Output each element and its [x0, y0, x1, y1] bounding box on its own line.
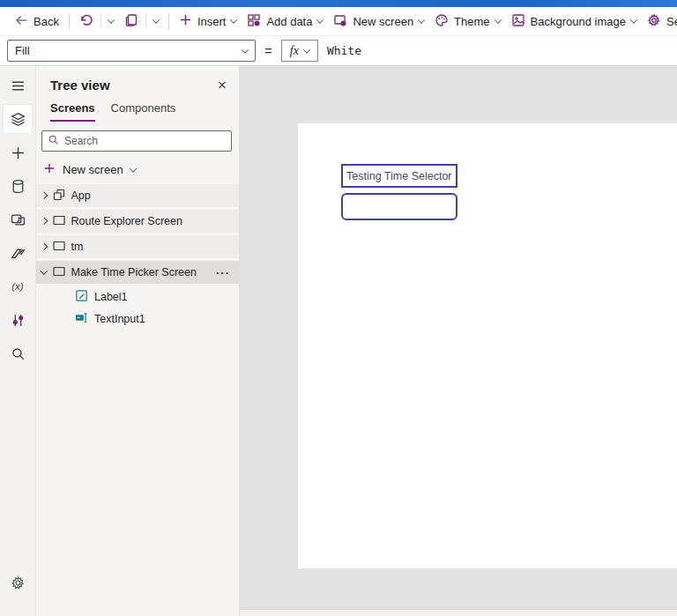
formula-bar: Fill = fx White	[0, 36, 677, 66]
variables-icon[interactable]: (x)	[4, 272, 32, 301]
gear-icon	[647, 13, 661, 30]
theme-button[interactable]: Theme	[429, 10, 505, 33]
tree-item-label: App	[71, 189, 240, 202]
tree-item-label: Route Explorer Screen	[71, 215, 240, 227]
new-screen-button[interactable]: New screen	[328, 10, 429, 33]
theme-palette-icon	[435, 13, 449, 30]
chevron-down-icon	[108, 16, 115, 23]
new-screen-button-panel[interactable]: New screen	[36, 157, 239, 184]
image-icon	[511, 13, 525, 30]
screen-icon	[52, 264, 66, 281]
tab-screens[interactable]: Screens	[50, 101, 95, 122]
tree-item-label: Label1	[94, 291, 239, 303]
main-area: (x) Tree view × Screens Components	[0, 66, 677, 616]
background-image-button[interactable]: Background image	[506, 10, 642, 33]
divider	[145, 15, 146, 27]
fx-icon: fx	[290, 44, 299, 58]
insert-button[interactable]: Insert	[174, 10, 242, 33]
insert-label: Insert	[197, 15, 227, 28]
paste-button[interactable]	[119, 10, 144, 33]
clipboard-icon	[124, 13, 138, 30]
plus-icon	[179, 13, 192, 29]
new-screen-label: New screen	[353, 15, 413, 28]
plus-icon[interactable]	[4, 138, 32, 167]
tree-view-icon[interactable]	[4, 105, 32, 133]
tree-item-label1[interactable]: Label1	[36, 286, 239, 307]
formula-input[interactable]: White	[318, 40, 677, 62]
chevron-right-icon	[41, 243, 48, 250]
settings-button[interactable]: Sett	[642, 10, 677, 33]
tree-item-label: Make Time Picker Screen	[71, 266, 212, 278]
chevron-down-icon	[418, 16, 425, 23]
theme-label: Theme	[454, 15, 489, 28]
chevron-down-icon	[316, 16, 324, 23]
settings-icon[interactable]	[4, 568, 32, 597]
new-screen-label: New screen	[63, 163, 123, 176]
chevron-down-icon	[303, 46, 310, 53]
tree-item-tm[interactable]: tm	[36, 235, 239, 258]
tree-list: App Route Explorer Screen tm	[36, 184, 239, 616]
fx-dropdown[interactable]: fx	[281, 40, 318, 62]
plus-icon	[43, 162, 56, 177]
undo-dropdown[interactable]	[103, 10, 119, 33]
chevron-right-icon	[41, 192, 48, 199]
tree-item-make-time-picker-screen[interactable]: Make Time Picker Screen ···	[36, 261, 239, 284]
media-icon[interactable]	[4, 205, 32, 234]
settings-label: Sett	[666, 15, 677, 28]
chevron-right-icon	[41, 218, 48, 225]
back-label: Back	[33, 15, 59, 28]
divider	[168, 13, 169, 29]
tree-view-panel: Tree view × Screens Components New scree…	[35, 66, 240, 616]
label1-control[interactable]: Testing Time Selector	[341, 164, 458, 188]
tree-item-app[interactable]: App	[36, 184, 239, 207]
undo-icon	[79, 13, 93, 30]
background-image-label: Background image	[531, 15, 626, 28]
search-icon[interactable]	[4, 339, 32, 367]
panel-title: Tree view	[50, 78, 110, 93]
property-selector[interactable]: Fill	[7, 40, 256, 62]
titlebar-strip	[0, 0, 677, 7]
chevron-down-icon	[153, 16, 160, 23]
command-bar: Back Insert Add data New screen	[0, 7, 677, 36]
status-strip	[240, 609, 677, 616]
search-input[interactable]	[64, 135, 226, 147]
canvas-stage: Testing Time Selector	[240, 66, 677, 616]
back-arrow-icon	[14, 13, 28, 30]
undo-button[interactable]	[74, 10, 99, 33]
tree-item-route-explorer-screen[interactable]: Route Explorer Screen	[36, 210, 239, 233]
menu-icon[interactable]	[4, 71, 32, 100]
chevron-down-icon	[41, 268, 48, 275]
close-icon[interactable]: ×	[216, 78, 228, 93]
text-input-icon	[75, 311, 88, 327]
tab-components[interactable]: Components	[111, 101, 176, 122]
chevron-down-icon	[129, 165, 136, 172]
more-options-icon[interactable]: ···	[216, 266, 239, 279]
controls-icon[interactable]	[4, 306, 32, 334]
chevron-down-icon	[630, 16, 637, 23]
tree-search[interactable]	[41, 130, 232, 152]
data-icon[interactable]	[4, 172, 32, 200]
app-icon	[52, 188, 66, 204]
new-screen-icon	[333, 13, 347, 30]
paste-dropdown[interactable]	[148, 10, 164, 33]
chevron-down-icon	[230, 16, 237, 23]
power-automate-icon[interactable]	[4, 239, 32, 267]
back-button[interactable]: Back	[9, 10, 64, 33]
add-data-label: Add data	[266, 15, 312, 28]
chevron-down-icon	[242, 46, 249, 53]
tree-item-label: TextInput1	[94, 313, 239, 325]
tree-item-label: tm	[71, 241, 240, 253]
divider	[100, 15, 101, 27]
add-data-icon	[247, 13, 261, 30]
screen-icon	[52, 239, 66, 256]
equals-sign: =	[264, 43, 272, 58]
app-screen-canvas[interactable]: Testing Time Selector	[298, 123, 677, 568]
search-icon	[48, 133, 59, 149]
chevron-down-icon	[494, 16, 501, 23]
add-data-button[interactable]: Add data	[242, 10, 328, 33]
divider	[69, 13, 70, 29]
tree-tabs: Screens Components	[36, 100, 239, 122]
tree-item-textinput1[interactable]: TextInput1	[36, 308, 239, 329]
left-rail: (x)	[0, 66, 35, 616]
textinput1-control[interactable]	[341, 193, 458, 220]
